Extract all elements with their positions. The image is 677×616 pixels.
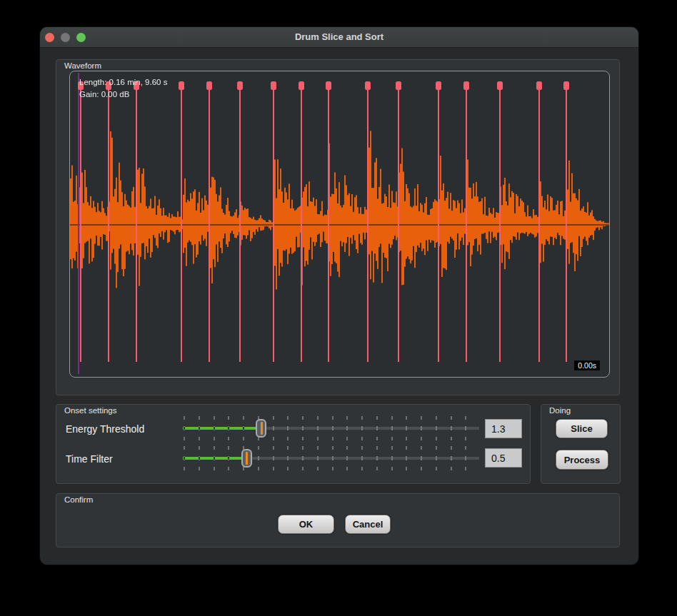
slice-marker[interactable] — [538, 81, 540, 362]
waveform-groupbox-label: Waveform — [64, 61, 101, 70]
waveform-plot[interactable]: Length: 0.16 min, 9.60 s Gain: 0.00 dB 0… — [69, 71, 610, 378]
energy-threshold-label: Energy Threshold — [66, 423, 144, 435]
slice-marker-line — [108, 84, 109, 362]
gain-info: Gain: 0.00 dB — [79, 89, 167, 101]
time-filter-label: Time Filter — [66, 453, 113, 465]
length-info: Length: 0.16 min, 9.60 s — [79, 76, 167, 89]
slider-fill-breaks — [184, 427, 262, 430]
slice-marker-handle[interactable] — [179, 81, 184, 90]
slice-marker-handle[interactable] — [271, 81, 276, 90]
slider-fill — [183, 427, 261, 430]
slice-marker[interactable] — [466, 81, 467, 362]
slice-marker-line — [538, 84, 540, 362]
slice-marker-line — [367, 84, 368, 362]
slice-marker[interactable] — [398, 81, 399, 362]
slider-fill — [183, 457, 246, 460]
slice-marker-layer — [70, 71, 609, 377]
waveform-groupbox: Waveform Length: 0.16 min, 9.60 s Gain: … — [56, 59, 620, 395]
slice-marker[interactable] — [301, 81, 302, 362]
process-button[interactable]: Process — [556, 450, 608, 470]
slice-marker-line — [566, 84, 567, 362]
window-title: Drum Slice and Sort — [40, 27, 638, 47]
doing-groupbox: Doing Slice Process — [541, 404, 621, 484]
slice-marker-line — [181, 84, 182, 362]
slice-marker-line — [209, 84, 210, 362]
slice-marker-line — [239, 84, 241, 362]
slice-marker[interactable] — [328, 81, 329, 362]
slider-groove[interactable] — [183, 457, 479, 460]
slice-marker[interactable] — [273, 81, 274, 362]
doing-groupbox-label: Doing — [549, 406, 571, 415]
slice-marker[interactable] — [239, 81, 241, 362]
cancel-button[interactable]: Cancel — [345, 515, 391, 534]
slider-ticks-bottom — [184, 437, 479, 440]
slice-marker-handle[interactable] — [563, 81, 569, 90]
slice-marker-handle[interactable] — [396, 81, 401, 90]
app-window: Drum Slice and Sort Waveform Length: 0.1… — [39, 26, 639, 565]
slice-marker[interactable] — [80, 81, 81, 362]
slice-marker-line — [398, 84, 399, 362]
energy-threshold-value[interactable] — [485, 419, 522, 438]
onset-settings-label: Onset settings — [64, 406, 117, 415]
slice-marker-handle[interactable] — [436, 81, 441, 90]
slice-marker[interactable] — [499, 81, 501, 362]
waveform-info-text: Length: 0.16 min, 9.60 s Gain: 0.00 dB — [79, 76, 167, 101]
ok-button[interactable]: OK — [278, 515, 334, 534]
time-filter-handle[interactable] — [241, 449, 252, 468]
slice-marker-handle[interactable] — [206, 81, 212, 90]
slice-marker-line — [438, 84, 439, 362]
energy-threshold-handle[interactable] — [256, 419, 266, 438]
onset-settings-groupbox: Onset settings Energy Threshold Time Fil… — [56, 404, 531, 484]
time-filter-slider[interactable] — [183, 446, 479, 470]
slice-marker-handle[interactable] — [497, 81, 503, 90]
slider-handle-grip — [246, 452, 248, 465]
slice-marker[interactable] — [209, 81, 210, 362]
time-position-badge: 0.00s — [574, 360, 600, 370]
slice-marker-line — [301, 84, 302, 362]
slider-fill-breaks — [184, 457, 247, 460]
confirm-groupbox: Confirm OK Cancel — [56, 493, 620, 547]
time-filter-value[interactable] — [485, 448, 522, 468]
slice-marker[interactable] — [108, 81, 109, 362]
slice-marker[interactable] — [181, 81, 182, 362]
slice-marker-line — [273, 84, 274, 362]
slice-marker-handle[interactable] — [536, 81, 542, 90]
slice-marker-handle[interactable] — [326, 81, 331, 90]
slice-marker-line — [328, 84, 329, 362]
slice-marker[interactable] — [136, 81, 137, 362]
slice-marker-line — [466, 84, 467, 362]
slice-marker-line — [136, 84, 137, 362]
energy-threshold-slider[interactable] — [183, 416, 479, 440]
slice-marker-handle[interactable] — [463, 81, 469, 90]
slice-marker[interactable] — [367, 81, 368, 362]
slice-marker-line — [80, 84, 81, 362]
slice-marker-handle[interactable] — [237, 81, 243, 90]
slice-marker[interactable] — [438, 81, 439, 362]
slice-marker-handle[interactable] — [299, 81, 304, 90]
confirm-groupbox-label: Confirm — [64, 495, 93, 504]
slider-handle-grip — [261, 422, 263, 435]
slider-ticks-bottom — [184, 467, 479, 470]
slice-marker[interactable] — [566, 81, 567, 362]
slider-ticks-top — [184, 446, 479, 450]
slice-button[interactable]: Slice — [556, 419, 608, 438]
slider-groove[interactable] — [183, 427, 479, 430]
slice-marker-line — [499, 84, 501, 362]
slice-marker-handle[interactable] — [365, 81, 371, 90]
slider-ticks-top — [184, 416, 479, 420]
title-bar[interactable]: Drum Slice and Sort — [40, 27, 638, 48]
